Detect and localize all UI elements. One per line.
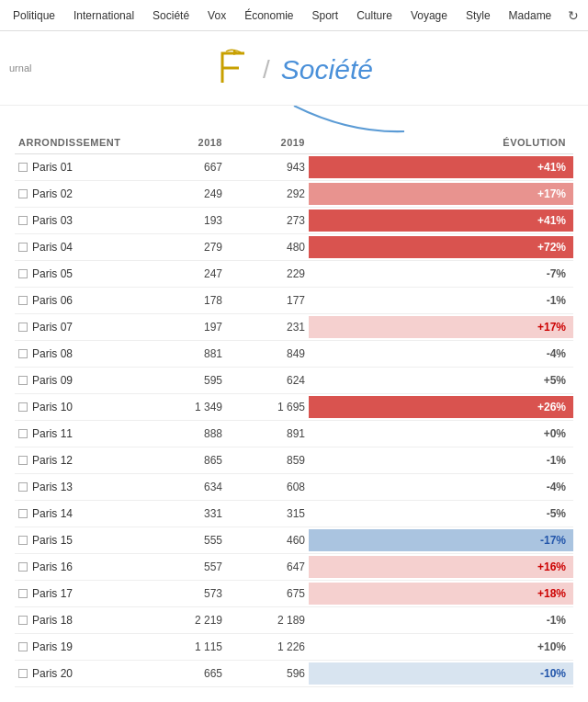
table-row: Paris 09595624+5% bbox=[15, 368, 573, 394]
arrondissement-name: Paris 20 bbox=[32, 667, 73, 680]
row-checkbox[interactable] bbox=[18, 456, 28, 465]
row-checkbox[interactable] bbox=[18, 642, 28, 651]
cell-arrondissement[interactable]: Paris 05 bbox=[15, 261, 143, 287]
cell-arrondissement[interactable]: Paris 15 bbox=[15, 527, 143, 553]
nav-item-voyage[interactable]: Voyage bbox=[401, 0, 457, 31]
evolution-bar bbox=[309, 236, 573, 258]
evolution-bar bbox=[309, 636, 573, 658]
evolution-bar bbox=[309, 289, 573, 311]
site-header: urnal / Société bbox=[0, 31, 588, 106]
nav-item-style[interactable]: Style bbox=[457, 0, 500, 31]
row-checkbox[interactable] bbox=[18, 589, 28, 598]
table-row: Paris 17573675+18% bbox=[15, 581, 573, 607]
cell-2018: 555 bbox=[143, 527, 226, 554]
nav-item-politique[interactable]: Politique bbox=[4, 0, 64, 31]
row-checkbox[interactable] bbox=[18, 189, 28, 198]
evolution-bar bbox=[309, 263, 573, 285]
cell-2019: 1 695 bbox=[226, 394, 309, 421]
cell-2019: 859 bbox=[226, 447, 309, 474]
nav-item-international[interactable]: International bbox=[64, 0, 143, 31]
cell-arrondissement[interactable]: Paris 01 bbox=[15, 154, 143, 180]
row-checkbox[interactable] bbox=[18, 163, 28, 172]
arrondissement-name: Paris 01 bbox=[32, 161, 73, 174]
evolution-bar bbox=[309, 529, 573, 551]
cell-arrondissement[interactable]: Paris 17 bbox=[15, 581, 143, 606]
table-row: Paris 05247229-7% bbox=[15, 261, 573, 288]
cell-arrondissement[interactable]: Paris 18 bbox=[15, 607, 143, 633]
row-checkbox[interactable] bbox=[18, 536, 28, 545]
nav-item-economie[interactable]: Économie bbox=[235, 0, 302, 31]
row-checkbox[interactable] bbox=[18, 402, 28, 412]
evolution-bar bbox=[309, 449, 573, 471]
cell-2018: 667 bbox=[143, 154, 226, 181]
curve-decoration bbox=[0, 106, 588, 133]
cell-2018: 197 bbox=[143, 314, 226, 341]
cell-2019: 273 bbox=[226, 208, 309, 234]
cell-arrondissement[interactable]: Paris 03 bbox=[15, 208, 143, 233]
arrondissement-name: Paris 10 bbox=[32, 401, 73, 413]
nav-item-sport[interactable]: Sport bbox=[303, 0, 348, 31]
nav-item-madame[interactable]: Madame bbox=[500, 0, 561, 31]
evolution-bar bbox=[309, 209, 573, 232]
nav-item-culture[interactable]: Culture bbox=[347, 0, 401, 31]
cell-arrondissement[interactable]: Paris 12 bbox=[15, 447, 143, 473]
cell-2018: 865 bbox=[143, 447, 226, 474]
row-checkbox[interactable] bbox=[18, 269, 28, 278]
cell-evolution: -1% bbox=[309, 288, 573, 314]
arrondissement-name: Paris 18 bbox=[32, 614, 73, 627]
logo: / Société bbox=[215, 48, 373, 92]
evolution-value: -5% bbox=[547, 507, 566, 520]
table-row: Paris 12865859-1% bbox=[15, 447, 573, 474]
row-checkbox[interactable] bbox=[18, 616, 28, 625]
cell-arrondissement[interactable]: Paris 11 bbox=[15, 421, 143, 447]
cell-2018: 665 bbox=[143, 661, 226, 687]
cell-arrondissement[interactable]: Paris 04 bbox=[15, 234, 143, 260]
row-checkbox[interactable] bbox=[18, 216, 28, 225]
cell-evolution: -10% bbox=[309, 661, 573, 687]
table-row: Paris 14331315-5% bbox=[15, 501, 573, 527]
cell-2019: 624 bbox=[226, 368, 309, 394]
cell-arrondissement[interactable]: Paris 19 bbox=[15, 634, 143, 660]
row-checkbox[interactable] bbox=[18, 296, 28, 305]
cell-arrondissement[interactable]: Paris 02 bbox=[15, 181, 143, 207]
cell-arrondissement[interactable]: Paris 08 bbox=[15, 341, 143, 367]
evolution-bar bbox=[309, 396, 573, 418]
row-checkbox[interactable] bbox=[18, 482, 28, 492]
row-checkbox[interactable] bbox=[18, 349, 28, 358]
cell-arrondissement[interactable]: Paris 06 bbox=[15, 288, 143, 313]
cell-2019: 647 bbox=[226, 554, 309, 581]
nav-item-societe[interactable]: Société bbox=[143, 0, 198, 31]
cell-evolution: -7% bbox=[309, 261, 573, 288]
cell-arrondissement[interactable]: Paris 07 bbox=[15, 314, 143, 340]
cell-arrondissement[interactable]: Paris 20 bbox=[15, 661, 143, 686]
cell-arrondissement[interactable]: Paris 16 bbox=[15, 554, 143, 580]
cell-evolution: +0% bbox=[309, 421, 573, 447]
cell-arrondissement[interactable]: Paris 10 bbox=[15, 394, 143, 420]
data-table-container: ARRONDISSEMENT 2018 2019 ÉVOLUTION Paris… bbox=[0, 133, 588, 687]
row-checkbox[interactable] bbox=[18, 562, 28, 572]
cell-arrondissement[interactable]: Paris 09 bbox=[15, 368, 143, 393]
arrondissement-name: Paris 11 bbox=[32, 427, 73, 440]
cell-arrondissement[interactable]: Paris 14 bbox=[15, 501, 143, 526]
evolution-bar bbox=[309, 183, 573, 205]
row-checkbox[interactable] bbox=[18, 669, 28, 678]
cell-2019: 596 bbox=[226, 661, 309, 687]
evolution-value: +41% bbox=[537, 161, 566, 174]
cell-arrondissement[interactable]: Paris 13 bbox=[15, 474, 143, 500]
evolution-bar bbox=[309, 503, 573, 525]
row-checkbox[interactable] bbox=[18, 243, 28, 252]
cell-evolution: -4% bbox=[309, 474, 573, 501]
evolution-value: +5% bbox=[544, 374, 566, 387]
refresh-button[interactable]: ↻ bbox=[562, 5, 584, 27]
row-checkbox[interactable] bbox=[18, 429, 28, 438]
row-checkbox[interactable] bbox=[18, 376, 28, 385]
arrondissement-name: Paris 07 bbox=[32, 321, 73, 334]
table-row: Paris 08881849-4% bbox=[15, 341, 573, 368]
logo-figaro bbox=[215, 48, 252, 92]
arrondissement-name: Paris 17 bbox=[32, 587, 73, 600]
row-checkbox[interactable] bbox=[18, 509, 28, 518]
nav-item-vox[interactable]: Vox bbox=[198, 0, 235, 31]
cell-evolution: +26% bbox=[309, 394, 573, 421]
row-checkbox[interactable] bbox=[18, 323, 28, 332]
cell-2018: 557 bbox=[143, 554, 226, 581]
